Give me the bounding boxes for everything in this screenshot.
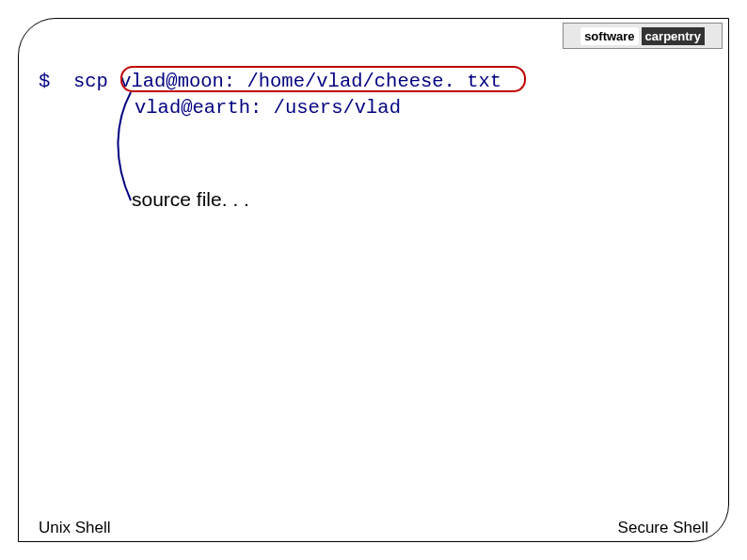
dest-path: vlad@earth: /users/vlad bbox=[135, 97, 401, 119]
source-highlight-box bbox=[120, 66, 526, 92]
space bbox=[108, 69, 119, 95]
prompt-symbol: $ bbox=[39, 69, 50, 95]
software-carpentry-logo: software carpentry bbox=[563, 23, 723, 49]
space bbox=[50, 69, 73, 95]
logo-text-software: software bbox=[580, 27, 638, 45]
footer-left-text: Unix Shell bbox=[39, 519, 111, 537]
logo-text-carpentry: carpentry bbox=[642, 27, 705, 45]
footer-right-text: Secure Shell bbox=[618, 519, 708, 537]
scp-command: scp bbox=[73, 69, 108, 95]
annotation-text: source file. . . bbox=[132, 188, 249, 211]
